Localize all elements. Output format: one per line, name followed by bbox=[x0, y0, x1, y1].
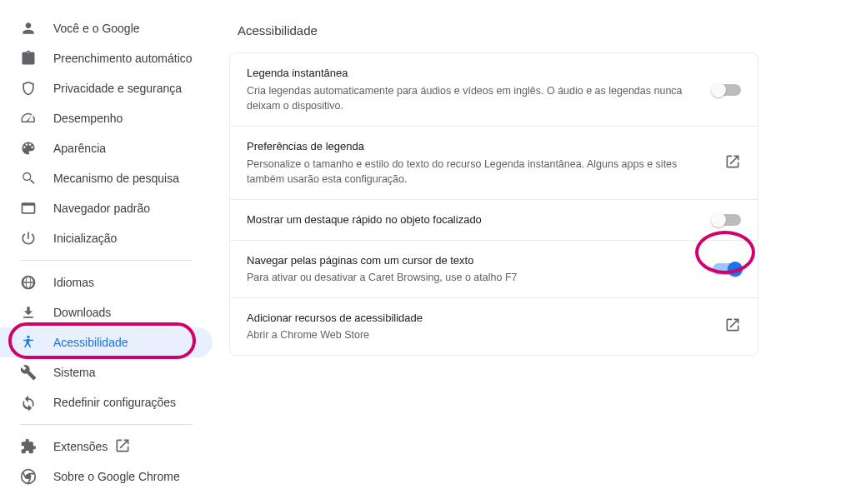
sidebar-item-label: Navegador padrão bbox=[53, 202, 150, 215]
clipboard-icon bbox=[20, 50, 37, 67]
sidebar: Você e o GooglePreenchimento automáticoP… bbox=[0, 0, 213, 504]
row-action bbox=[724, 153, 741, 172]
sidebar-item-person[interactable]: Você e o Google bbox=[0, 13, 213, 43]
sidebar-divider bbox=[20, 260, 193, 261]
open-external-icon[interactable] bbox=[724, 317, 741, 336]
main-content: Acessibilidade Legenda instantâneaCria l… bbox=[213, 0, 866, 504]
chrome-icon bbox=[20, 468, 37, 485]
sidebar-item-shield[interactable]: Privacidade e segurança bbox=[0, 73, 213, 103]
search-icon bbox=[20, 170, 37, 187]
sidebar-item-label: Extensões bbox=[53, 440, 108, 453]
row-action bbox=[713, 84, 741, 96]
wrench-icon bbox=[20, 364, 37, 381]
sidebar-item-extension[interactable]: Extensões bbox=[0, 432, 213, 462]
svg-point-0 bbox=[27, 336, 29, 338]
sidebar-item-download[interactable]: Downloads bbox=[0, 297, 213, 327]
row-title: Preferências de legenda bbox=[247, 138, 714, 155]
sidebar-item-clipboard[interactable]: Preenchimento automático bbox=[0, 43, 213, 73]
sidebar-item-label: Downloads bbox=[53, 306, 111, 319]
external-link-icon bbox=[114, 437, 131, 457]
sidebar-item-label: Você e o Google bbox=[53, 22, 140, 35]
row-subtitle: Cria legendas automaticamente para áudio… bbox=[247, 83, 703, 115]
sidebar-item-chrome[interactable]: Sobre o Google Chrome bbox=[0, 462, 213, 492]
row-title: Mostrar um destaque rápido no objeto foc… bbox=[247, 212, 703, 228]
row-subtitle: Para ativar ou desativar a Caret Browsin… bbox=[247, 270, 703, 286]
browser-icon bbox=[20, 200, 37, 217]
sidebar-item-label: Sistema bbox=[53, 366, 96, 379]
row-text: Navegar pelas páginas com um cursor de t… bbox=[247, 252, 713, 286]
reset-icon bbox=[20, 394, 37, 411]
row-action bbox=[724, 317, 741, 336]
sidebar-item-label: Sobre o Google Chrome bbox=[53, 470, 180, 483]
speed-icon bbox=[20, 110, 37, 127]
settings-row: Navegar pelas páginas com um cursor de t… bbox=[230, 241, 758, 298]
sidebar-item-reset[interactable]: Redefinir configurações bbox=[0, 387, 213, 417]
sidebar-item-power[interactable]: Inicialização bbox=[0, 223, 213, 253]
sidebar-item-label: Preenchimento automático bbox=[53, 52, 193, 65]
toggle-switch[interactable] bbox=[713, 214, 741, 226]
sidebar-item-label: Idiomas bbox=[53, 276, 94, 289]
sidebar-item-browser[interactable]: Navegador padrão bbox=[0, 193, 213, 223]
sidebar-item-globe[interactable]: Idiomas bbox=[0, 267, 213, 297]
row-text: Mostrar um destaque rápido no objeto foc… bbox=[247, 212, 713, 228]
row-subtitle: Abrir a Chrome Web Store bbox=[247, 327, 714, 343]
sidebar-item-label: Mecanismo de pesquisa bbox=[53, 172, 179, 185]
accessibility-icon bbox=[20, 334, 37, 351]
row-title: Legenda instantânea bbox=[247, 65, 703, 82]
sidebar-item-label: Inicialização bbox=[53, 232, 117, 245]
person-icon bbox=[20, 20, 37, 37]
settings-row: Legenda instantâneaCria legendas automat… bbox=[230, 53, 758, 127]
sidebar-item-label: Desempenho bbox=[53, 112, 123, 125]
row-action bbox=[713, 263, 741, 275]
page-title: Acessibilidade bbox=[238, 23, 858, 37]
sidebar-item-label: Acessibilidade bbox=[53, 336, 128, 349]
shield-icon bbox=[20, 80, 37, 97]
sidebar-item-search[interactable]: Mecanismo de pesquisa bbox=[0, 163, 213, 193]
settings-card: Legenda instantâneaCria legendas automat… bbox=[229, 52, 758, 356]
sidebar-item-palette[interactable]: Aparência bbox=[0, 133, 213, 163]
row-title: Navegar pelas páginas com um cursor de t… bbox=[247, 252, 703, 269]
download-icon bbox=[20, 304, 37, 321]
palette-icon bbox=[20, 140, 37, 157]
sidebar-item-label: Privacidade e segurança bbox=[53, 82, 182, 95]
globe-icon bbox=[20, 274, 37, 291]
row-subtitle: Personalize o tamanho e estilo do texto … bbox=[247, 157, 714, 188]
toggle-switch[interactable] bbox=[713, 84, 741, 96]
extension-icon bbox=[20, 438, 37, 455]
toggle-switch[interactable] bbox=[713, 263, 741, 275]
power-icon bbox=[20, 230, 37, 247]
sidebar-item-label: Redefinir configurações bbox=[53, 396, 176, 409]
settings-row: Mostrar um destaque rápido no objeto foc… bbox=[230, 200, 758, 241]
row-title: Adicionar recursos de acessibilidade bbox=[247, 310, 714, 327]
settings-row[interactable]: Adicionar recursos de acessibilidadeAbri… bbox=[230, 298, 758, 355]
settings-row[interactable]: Preferências de legendaPersonalize o tam… bbox=[230, 127, 758, 200]
sidebar-item-label: Aparência bbox=[53, 142, 106, 155]
sidebar-divider bbox=[20, 424, 193, 425]
sidebar-item-speed[interactable]: Desempenho bbox=[0, 103, 213, 133]
sidebar-item-accessibility[interactable]: Acessibilidade bbox=[0, 327, 213, 357]
row-text: Adicionar recursos de acessibilidadeAbri… bbox=[247, 310, 724, 343]
row-text: Preferências de legendaPersonalize o tam… bbox=[247, 138, 724, 187]
open-external-icon[interactable] bbox=[724, 153, 741, 172]
row-text: Legenda instantâneaCria legendas automat… bbox=[247, 65, 713, 114]
row-action bbox=[713, 214, 741, 226]
sidebar-item-wrench[interactable]: Sistema bbox=[0, 357, 213, 387]
